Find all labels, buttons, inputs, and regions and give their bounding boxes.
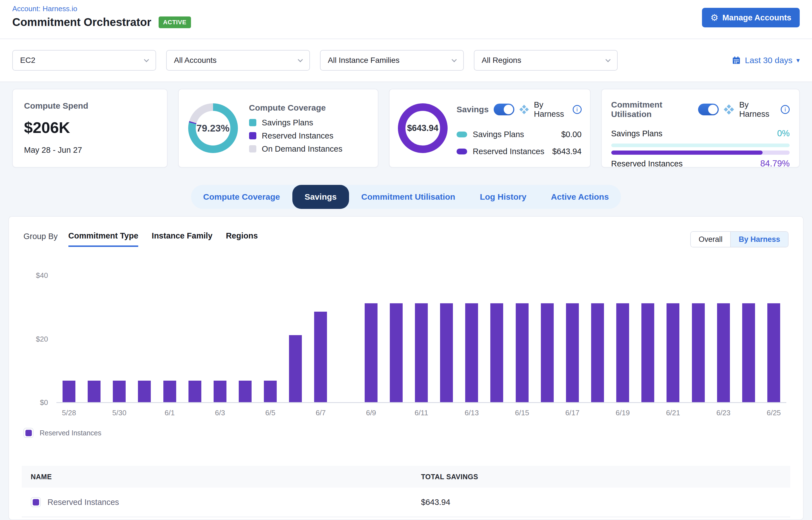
filter-bar: EC2All AccountsAll Instance FamiliesAll … xyxy=(0,39,812,82)
filter-dropdown-all-instance-families[interactable]: All Instance Families xyxy=(320,50,464,71)
chart-bar[interactable] xyxy=(516,303,529,402)
x-axis-tick xyxy=(635,409,660,417)
chevron-down-icon xyxy=(605,57,610,62)
chart-bar[interactable] xyxy=(616,303,629,402)
tab-compute-coverage[interactable]: Compute Coverage xyxy=(191,185,292,209)
chart-slot xyxy=(635,275,660,402)
tab-savings[interactable]: Savings xyxy=(292,185,349,209)
chart-bar[interactable] xyxy=(767,303,780,402)
x-axis-tick: 6/9 xyxy=(359,409,384,417)
reserved-instances-swatch xyxy=(25,430,32,436)
x-axis-tick: 6/19 xyxy=(610,409,635,417)
chart-slot xyxy=(384,275,409,402)
filter-dropdown-all-regions[interactable]: All Regions xyxy=(474,50,618,71)
chart-slot xyxy=(686,275,711,402)
x-axis-tick: 6/23 xyxy=(711,409,736,417)
chart-bar[interactable] xyxy=(62,381,75,402)
chart-slot xyxy=(660,275,685,402)
x-axis-tick xyxy=(333,409,359,417)
savings-title: Savings xyxy=(456,105,489,114)
chart-bar[interactable] xyxy=(717,303,730,402)
reserved-instances-progress-bar xyxy=(611,151,790,155)
legend-swatch xyxy=(249,145,256,153)
tab-log-history[interactable]: Log History xyxy=(467,185,539,209)
savings-legend-row: Savings Plans$0.00 xyxy=(456,130,581,139)
chart-bar[interactable] xyxy=(566,303,579,402)
compute-spend-value: $206K xyxy=(24,119,156,136)
chart-slot xyxy=(434,275,459,402)
chart-slot xyxy=(560,275,585,402)
filter-dropdown-ec2[interactable]: EC2 xyxy=(12,50,156,71)
view-toggle-by-harness[interactable]: By Harness xyxy=(730,232,788,247)
table-header: NAME TOTAL SAVINGS xyxy=(22,466,790,488)
x-axis-tick: 6/3 xyxy=(207,409,233,417)
savings-row-label: Savings Plans xyxy=(473,130,524,139)
tab-active-actions[interactable]: Active Actions xyxy=(539,185,621,209)
tab-commitment-utilisation[interactable]: Commitment Utilisation xyxy=(349,185,468,209)
chart-bar[interactable] xyxy=(692,303,705,402)
legend-checkbox[interactable] xyxy=(23,428,33,438)
savings-by-harness-toggle[interactable] xyxy=(494,104,514,115)
date-range-picker[interactable]: Last 30 days ▾ xyxy=(732,56,800,65)
x-axis-tick xyxy=(384,409,409,417)
chart-bar[interactable] xyxy=(88,381,101,402)
calendar-icon xyxy=(732,56,741,65)
chart-bar[interactable] xyxy=(465,303,478,402)
x-axis-tick xyxy=(535,409,560,417)
utilisation-savings-plans-percent: 0% xyxy=(777,128,790,138)
gear-icon: ⚙ xyxy=(710,12,718,23)
chart-bar[interactable] xyxy=(742,303,755,402)
chart-bar[interactable] xyxy=(163,381,176,402)
overall-by-harness-toggle: OverallBy Harness xyxy=(690,231,789,248)
chart-bar[interactable] xyxy=(188,381,201,402)
chart-bar[interactable] xyxy=(365,303,377,402)
chart-bar[interactable] xyxy=(591,303,604,402)
row-checkbox[interactable] xyxy=(31,497,41,507)
status-badge: ACTIVE xyxy=(159,17,191,28)
savings-card: $643.94 Savings By Harness i Savings Pla… xyxy=(389,89,590,167)
date-range-label: Last 30 days xyxy=(745,56,792,65)
row-swatch xyxy=(33,499,39,505)
utilisation-by-harness-toggle[interactable] xyxy=(698,104,719,115)
x-axis-tick: 6/5 xyxy=(258,409,283,417)
group-by-commitment-type[interactable]: Commitment Type xyxy=(69,231,138,247)
chart-bar[interactable] xyxy=(415,303,428,402)
chart-bar[interactable] xyxy=(264,381,277,402)
compute-coverage-card: 79.23% Compute Coverage Savings PlansRes… xyxy=(178,89,378,167)
chart-bar[interactable] xyxy=(314,312,327,402)
harness-logo-icon xyxy=(724,104,734,115)
group-by-instance-family[interactable]: Instance Family xyxy=(152,231,212,247)
chart-bar[interactable] xyxy=(666,303,679,402)
filter-dropdown-all-accounts[interactable]: All Accounts xyxy=(166,50,310,71)
info-icon[interactable]: i xyxy=(781,105,790,114)
chart-bar[interactable] xyxy=(541,303,554,402)
chart-bar[interactable] xyxy=(440,303,453,402)
chart-bar[interactable] xyxy=(214,381,227,402)
chart-bar[interactable] xyxy=(490,303,503,402)
caret-down-icon: ▾ xyxy=(796,56,800,64)
chart-bar[interactable] xyxy=(289,335,302,402)
group-by-regions[interactable]: Regions xyxy=(226,231,258,247)
chart-slot xyxy=(484,275,509,402)
info-icon[interactable]: i xyxy=(573,105,582,114)
compute-coverage-percent: 79.23% xyxy=(188,103,238,153)
table-header-total-savings: TOTAL SAVINGS xyxy=(421,473,478,481)
manage-accounts-button[interactable]: ⚙ Manage Accounts xyxy=(702,8,800,27)
chart-bar[interactable] xyxy=(641,303,654,402)
x-axis-tick xyxy=(484,409,509,417)
chart-bar[interactable] xyxy=(138,381,151,402)
chart-slot xyxy=(258,275,283,402)
x-axis-tick: 5/28 xyxy=(56,409,81,417)
savings-bar-chart: $0$20$40 5/285/306/16/36/56/76/96/116/13… xyxy=(26,275,792,417)
account-link[interactable]: Account: Harness.io xyxy=(12,0,77,13)
compute-spend-card: Compute Spend $206K May 28 - Jun 27 xyxy=(12,89,167,167)
chart-bar[interactable] xyxy=(239,381,252,402)
legend-label: Reserved Instances xyxy=(40,429,101,437)
x-axis-tick xyxy=(81,409,107,417)
page-title: Commitment Orchestrator xyxy=(12,16,151,28)
chart-bar[interactable] xyxy=(113,381,126,402)
view-toggle-overall[interactable]: Overall xyxy=(691,232,731,247)
commitment-utilisation-title: Commitment Utilisation xyxy=(611,100,693,119)
chart-bar[interactable] xyxy=(390,303,403,402)
table-header-name: NAME xyxy=(31,473,421,481)
